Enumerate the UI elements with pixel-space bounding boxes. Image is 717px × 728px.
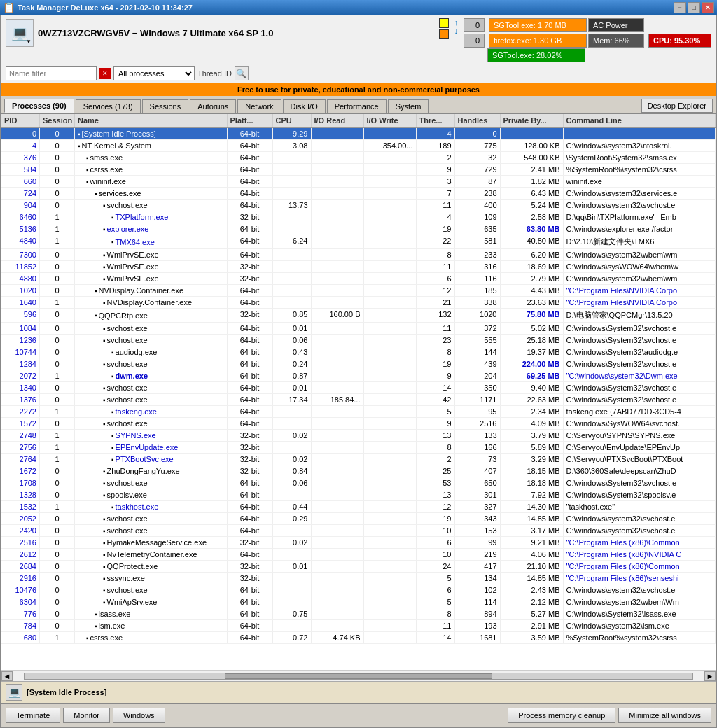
process-name: explorer.exe	[107, 225, 149, 233]
process-icon: ▪	[103, 337, 106, 344]
monitor-button[interactable]: Monitor	[63, 708, 110, 723]
cell-name: ▪ svchost.exe	[75, 584, 228, 596]
col-io-write[interactable]: I/O Write	[364, 114, 417, 127]
table-row[interactable]: 12840 ▪ svchost.exe 64-bit0.2419439224.0…	[1, 358, 716, 370]
table-row[interactable]: 29160 ▪ sssync.exe 32-bit513414.85 MB"C:…	[1, 573, 716, 584]
windows-button[interactable]: Windows	[113, 708, 165, 723]
cell-threads: 2	[417, 152, 455, 163]
terminate-button[interactable]: Terminate	[6, 708, 60, 723]
table-row[interactable]: 25160 ▪ HymakeMessageService.exe 32-bit0…	[1, 537, 716, 549]
table-row[interactable]: 12360 ▪ svchost.exe 64-bit0.062355525.18…	[1, 335, 716, 346]
horizontal-scrollbar[interactable]: ◄ ►	[1, 670, 716, 681]
col-pid[interactable]: PID	[1, 114, 40, 127]
col-threads[interactable]: Thre...	[417, 114, 455, 127]
tab-services[interactable]: Services (173)	[76, 99, 141, 113]
minimize-all-button[interactable]: Minimize all windows	[618, 708, 711, 723]
table-row[interactable]: 24200 ▪ svchost.exe 64-bit101533.17 MBC:…	[1, 525, 716, 537]
cell-threads: 12	[417, 285, 455, 296]
cell-name: ▪ svchost.exe	[75, 358, 228, 370]
memory-cleanup-button[interactable]: Process memory cleanup	[508, 708, 615, 723]
table-row[interactable]: 17080 ▪ svchost.exe 64-bit0.065365018.18…	[1, 477, 716, 489]
table-row[interactable]: 26120 ▪ NvTelemetryContainer.exe 64-bit1…	[1, 549, 716, 561]
table-row[interactable]: 48401 ▪ TMX64.exe 64-bit6.242258140.80 M…	[1, 235, 716, 249]
hscroll-left[interactable]: ◄	[1, 671, 13, 681]
table-row[interactable]: 00 ▪ [System Idle Process] 64-bit9.2940	[1, 128, 716, 140]
col-cmdline[interactable]: Command Line	[564, 114, 716, 127]
cell-io-write	[364, 152, 417, 163]
process-name: ZhuDongFangYu.exe	[107, 467, 180, 475]
cell-cpu: 17.34	[273, 394, 312, 405]
table-row[interactable]: 16401 ▪ NVDisplay.Container.exe 64-bit21…	[1, 297, 716, 309]
tab-diskio[interactable]: Disk I/O	[283, 99, 326, 113]
table-row[interactable]: 26840 ▪ QQProtect.exe 32-bit0.012441721.…	[1, 561, 716, 573]
table-row[interactable]: 27481 ▪ SYPNS.exe 32-bit0.02131333.79 MB…	[1, 430, 716, 442]
tab-system[interactable]: System	[388, 99, 429, 113]
table-row[interactable]: 3760 ▪ smss.exe 64-bit232548.00 KB\Syste…	[1, 152, 716, 164]
minimize-button[interactable]: −	[674, 2, 686, 13]
cell-platform: 64-bit	[228, 525, 273, 536]
col-session[interactable]: Session	[40, 114, 75, 127]
tab-processes[interactable]: Processes (90)	[4, 99, 74, 113]
col-private[interactable]: Private By...	[501, 114, 564, 127]
cell-threads: 5	[417, 573, 455, 584]
tab-autoruns[interactable]: Autoruns	[190, 99, 236, 113]
cell-pid: 1284	[1, 358, 40, 370]
table-row[interactable]: 15720 ▪ svchost.exe 64-bit925164.09 MBC:…	[1, 418, 716, 430]
cell-session: 1	[40, 501, 75, 512]
desktop-explorer-button[interactable]: Desktop Explorer	[641, 99, 713, 113]
maximize-button[interactable]: □	[688, 2, 700, 13]
table-row[interactable]: 5960 ▪ QQPCRtp.exe 32-bit0.85160.00 B132…	[1, 309, 716, 323]
close-button[interactable]: ✕	[702, 2, 714, 13]
table-row[interactable]: 5840 ▪ csrss.exe 64-bit97292.41 MB%Syste…	[1, 164, 716, 176]
table-row[interactable]: 7840 ▪ lsm.exe 64-bit111932.91 MBC:\wind…	[1, 620, 716, 632]
cell-private: 14.30 MB	[501, 501, 564, 512]
name-filter-input[interactable]	[6, 66, 97, 80]
table-row[interactable]: 73000 ▪ WmiPrvSE.exe 64-bit82336.20 MBC:…	[1, 249, 716, 261]
table-row[interactable]: 16720 ▪ ZhuDongFangYu.exe 32-bit0.842540…	[1, 465, 716, 477]
table-row[interactable]: 13400 ▪ svchost.exe 64-bit0.01143509.40 …	[1, 382, 716, 394]
table-row[interactable]: 20721 ▪ dwm.exe 64-bit0.87920469.25 MB"C…	[1, 370, 716, 382]
table-row[interactable]: 51361 ▪ explorer.exe 64-bit1963563.80 MB…	[1, 223, 716, 235]
table-row[interactable]: 15321 ▪ taskhost.exe 64-bit0.441232714.3…	[1, 501, 716, 513]
table-row[interactable]: 7760 ▪ lsass.exe 64-bit0.7588945.27 MBC:…	[1, 608, 716, 620]
tab-performance[interactable]: Performance	[327, 99, 387, 113]
table-row[interactable]: 118520 ▪ WmiPrvSE.exe 32-bit1131618.69 M…	[1, 261, 716, 273]
col-name[interactable]: Name	[75, 114, 228, 127]
cell-private: 548.00 KB	[501, 152, 564, 163]
table-row[interactable]: 104760 ▪ svchost.exe 64-bit61022.43 MBC:…	[1, 584, 716, 596]
cell-platform: 32-bit	[228, 537, 273, 548]
hscroll-track[interactable]	[24, 673, 693, 680]
table-row[interactable]: 107440 ▪ audiodg.exe 64-bit0.43814419.37…	[1, 346, 716, 358]
table-body[interactable]: 00 ▪ [System Idle Process] 64-bit9.29404…	[1, 128, 716, 670]
hscroll-right[interactable]: ►	[704, 671, 716, 681]
table-row[interactable]: 64601 ▪ TXPlatform.exe 32-bit41092.58 MB…	[1, 211, 716, 223]
tab-sessions[interactable]: Sessions	[142, 99, 189, 113]
hscroll-thumb[interactable]	[225, 673, 492, 679]
process-icon: ▪	[86, 634, 89, 642]
table-row[interactable]: 20520 ▪ svchost.exe 64-bit0.291934314.85…	[1, 513, 716, 525]
table-row[interactable]: 40 ▪ NT Kernel & System 64-bit3.08354.00…	[1, 140, 716, 152]
table-row[interactable]: 22721 ▪ taskeng.exe 64-bit5952.34 MBtask…	[1, 406, 716, 418]
table-row[interactable]: 48800 ▪ WmiPrvSE.exe 32-bit61162.79 MBC:…	[1, 273, 716, 285]
process-name: lsass.exe	[99, 610, 131, 618]
process-filter-dropdown[interactable]: All processes User processes System proc…	[113, 66, 195, 80]
col-io-read[interactable]: I/O Read	[312, 114, 364, 127]
table-row[interactable]: 7240 ▪ services.exe 64-bit72386.43 MBC:\…	[1, 188, 716, 200]
table-row[interactable]: 6600 ▪ wininit.exe 64-bit3871.82 MBwinin…	[1, 176, 716, 188]
table-row[interactable]: 9040 ▪ svchost.exe 64-bit13.73114005.24 …	[1, 200, 716, 211]
col-platform[interactable]: Platf...	[228, 114, 273, 127]
table-row[interactable]: 6801 ▪ csrss.exe 64-bit0.724.74 KB141681…	[1, 632, 716, 644]
col-handles[interactable]: Handles	[455, 114, 501, 127]
tab-network[interactable]: Network	[237, 99, 281, 113]
computer-icon[interactable]: 💻 ▼	[6, 19, 34, 47]
table-row[interactable]: 27641 ▪ PTXBootSvc.exe 32-bit0.022733.29…	[1, 454, 716, 465]
table-row[interactable]: 10200 ▪ NVDisplay.Container.exe 64-bit12…	[1, 285, 716, 297]
table-row[interactable]: 63040 ▪ WmiApSrv.exe 64-bit51142.12 MBC:…	[1, 596, 716, 608]
col-cpu[interactable]: CPU	[273, 114, 312, 127]
table-row[interactable]: 13760 ▪ svchost.exe 64-bit17.34185.84...…	[1, 394, 716, 406]
table-row[interactable]: 10840 ▪ svchost.exe 64-bit0.01113725.02 …	[1, 323, 716, 335]
table-row[interactable]: 27561 ▪ EPEnvUpdate.exe 32-bit81665.89 M…	[1, 442, 716, 454]
table-row[interactable]: 13280 ▪ spoolsv.exe 64-bit133017.92 MBC:…	[1, 489, 716, 501]
thread-search-button[interactable]: 🔍	[235, 66, 249, 80]
clear-filter-button[interactable]: ✕	[99, 68, 111, 79]
